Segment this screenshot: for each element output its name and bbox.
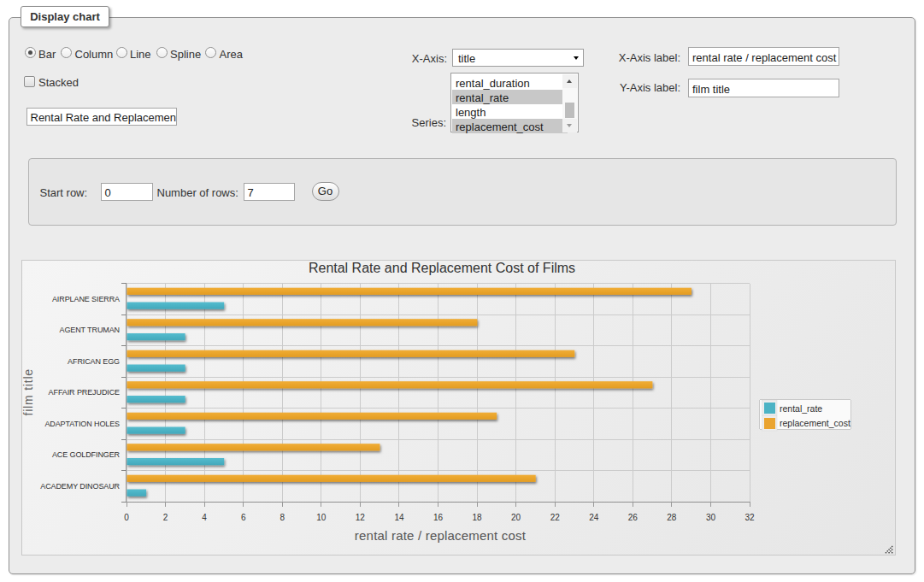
svg-text:32: 32 — [744, 513, 755, 522]
svg-text:ACE GOLDFINGER: ACE GOLDFINGER — [52, 450, 121, 459]
svg-text:8: 8 — [280, 513, 285, 522]
svg-text:22: 22 — [550, 513, 561, 522]
svg-text:ADAPTATION HOLES: ADAPTATION HOLES — [44, 420, 120, 428]
svg-text:replacement_cost: replacement_cost — [780, 418, 850, 428]
svg-text:14: 14 — [394, 513, 404, 522]
svg-text:Rental Rate and Replacement Co: Rental Rate and Replacement Cost of Film… — [309, 261, 575, 275]
svg-text:AGENT TRUMAN: AGENT TRUMAN — [60, 326, 120, 334]
svg-text:30: 30 — [706, 513, 716, 522]
svg-text:rental_rate: rental_rate — [780, 403, 822, 414]
svg-text:4: 4 — [202, 513, 207, 522]
svg-text:24: 24 — [589, 513, 599, 522]
svg-text:AIRPLANE SIERRA: AIRPLANE SIERRA — [52, 295, 120, 303]
svg-text:28: 28 — [667, 513, 677, 522]
svg-text:6: 6 — [241, 513, 246, 522]
svg-text:rental rate / replacement cost: rental rate / replacement cost — [355, 528, 527, 543]
svg-text:AFRICAN EGG: AFRICAN EGG — [68, 357, 120, 366]
svg-text:18: 18 — [473, 513, 483, 522]
svg-text:16: 16 — [433, 513, 444, 522]
svg-text:ACADEMY DINOSAUR: ACADEMY DINOSAUR — [40, 482, 120, 491]
svg-text:0: 0 — [124, 513, 129, 522]
svg-text:2: 2 — [163, 513, 168, 522]
svg-text:AFFAIR PREJUDICE: AFFAIR PREJUDICE — [49, 388, 121, 397]
svg-text:26: 26 — [628, 513, 639, 522]
svg-text:20: 20 — [511, 513, 521, 522]
svg-text:film title: film title — [22, 368, 35, 415]
svg-text:12: 12 — [356, 513, 366, 522]
svg-text:10: 10 — [316, 513, 327, 522]
